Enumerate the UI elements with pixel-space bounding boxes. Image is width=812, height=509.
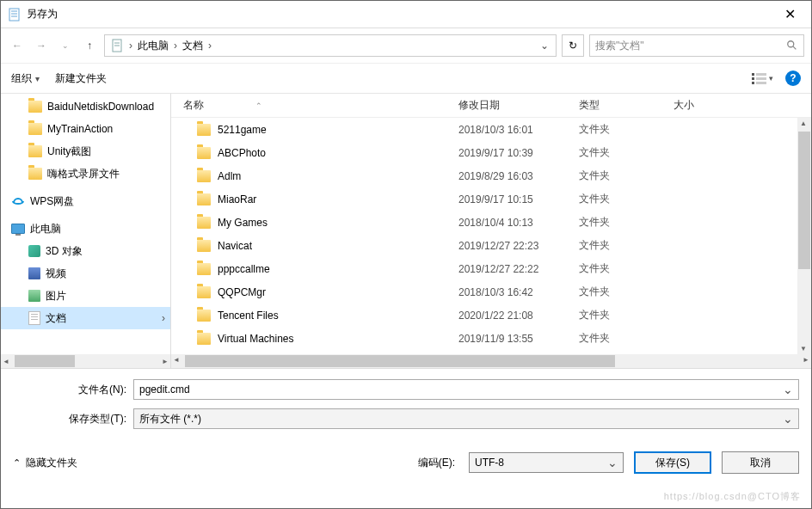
sidebar-label: Unity截图 xyxy=(47,144,91,159)
back-button[interactable]: ← xyxy=(8,36,27,55)
sidebar-item[interactable]: 图片 xyxy=(1,285,170,307)
svg-rect-14 xyxy=(756,82,766,84)
file-type: 文件夹 xyxy=(579,308,674,322)
file-date: 2019/9/17 10:39 xyxy=(458,147,579,159)
file-date: 2019/11/9 13:55 xyxy=(458,333,579,345)
sidebar-item[interactable]: Unity截图 xyxy=(1,140,170,163)
svg-point-7 xyxy=(788,41,794,47)
main-area: BaiduNetdiskDownloadMyTrainActionUnity截图… xyxy=(1,94,811,369)
encoding-label: 编码(E): xyxy=(418,456,455,470)
chevron-icon[interactable]: › xyxy=(172,40,179,52)
file-row[interactable]: 5211game2018/10/3 16:01文件夹 xyxy=(171,118,811,141)
up-button[interactable]: ↑ xyxy=(80,36,99,55)
sidebar-item[interactable]: 嗨格式录屏文件 xyxy=(1,163,170,185)
sidebar: BaiduNetdiskDownloadMyTrainActionUnity截图… xyxy=(1,94,171,368)
sidebar-label: 图片 xyxy=(46,289,66,304)
file-row[interactable]: pppccallme2019/12/27 22:22文件夹 xyxy=(171,257,811,280)
bottom-panel: 文件名(N): pgedit.cmd 保存类型(T): 所有文件 (*.*) xyxy=(1,369,811,446)
new-folder-button[interactable]: 新建文件夹 xyxy=(55,71,107,86)
file-date: 2018/10/3 16:01 xyxy=(458,124,579,136)
sidebar-item[interactable]: 3D 对象 xyxy=(1,240,170,262)
horizontal-scrollbar[interactable] xyxy=(171,354,811,368)
chevron-icon[interactable]: › xyxy=(206,40,213,52)
sidebar-item[interactable]: MyTrainAction xyxy=(1,118,170,140)
hide-folders-toggle[interactable]: 隐藏文件夹 xyxy=(13,456,77,470)
sidebar-item[interactable]: BaiduNetdiskDownload xyxy=(1,95,170,118)
sidebar-item[interactable]: 此电脑 xyxy=(1,218,170,240)
file-date: 2018/10/4 10:13 xyxy=(458,217,579,229)
sidebar-label: 此电脑 xyxy=(30,222,61,236)
file-type: 文件夹 xyxy=(579,215,674,230)
col-date[interactable]: 修改日期 xyxy=(458,98,579,113)
recent-dropdown[interactable]: ⌄ xyxy=(56,36,75,55)
file-date: 2019/12/27 22:22 xyxy=(458,263,579,275)
search-input[interactable]: 搜索"文档" xyxy=(589,34,804,57)
file-type: 文件夹 xyxy=(579,285,674,299)
breadcrumb-dropdown[interactable]: ⌄ xyxy=(535,40,554,52)
file-type: 文件夹 xyxy=(579,169,674,183)
breadcrumb-seg-docs[interactable]: 文档 xyxy=(179,39,206,53)
sidebar-item[interactable]: WPS网盘 xyxy=(1,190,170,212)
file-date: 2019/9/17 10:15 xyxy=(458,193,579,205)
file-type: 文件夹 xyxy=(579,145,674,160)
encoding-select[interactable]: UTF-8 xyxy=(469,452,624,473)
watermark: https://blog.csdn@CTO博客 xyxy=(664,490,801,503)
sidebar-scrollbar[interactable] xyxy=(1,354,170,368)
col-size[interactable]: 大小 xyxy=(674,98,725,113)
filetype-label: 保存类型(T): xyxy=(13,412,133,426)
filetype-select[interactable]: 所有文件 (*.*) xyxy=(133,408,799,429)
file-name: ABCPhoto xyxy=(218,147,266,159)
organize-menu[interactable]: 组织 xyxy=(11,71,40,86)
help-button[interactable]: ? xyxy=(785,71,801,86)
cancel-button[interactable]: 取消 xyxy=(722,451,799,474)
file-pane: 名称⌃ 修改日期 类型 大小 5211game2018/10/3 16:01文件… xyxy=(171,94,811,368)
search-placeholder: 搜索"文档" xyxy=(595,39,786,53)
file-row[interactable]: MiaoRar2019/9/17 10:15文件夹 xyxy=(171,187,811,211)
folder-icon xyxy=(197,124,211,136)
file-row[interactable]: My Games2018/10/4 10:13文件夹 xyxy=(171,211,811,234)
sidebar-label: BaiduNetdiskDownload xyxy=(47,101,154,113)
chevron-icon[interactable]: › xyxy=(127,40,134,52)
forward-button: → xyxy=(32,36,51,55)
breadcrumb-seg-pc[interactable]: 此电脑 xyxy=(134,39,172,53)
sort-indicator: ⌃ xyxy=(255,101,262,110)
view-options[interactable]: ▾ xyxy=(752,72,773,84)
svg-rect-10 xyxy=(752,77,754,80)
col-type[interactable]: 类型 xyxy=(579,98,674,113)
refresh-button[interactable]: ↻ xyxy=(562,34,584,57)
save-button[interactable]: 保存(S) xyxy=(634,451,711,474)
file-row[interactable]: Tencent Files2020/1/22 21:08文件夹 xyxy=(171,304,811,327)
column-headers[interactable]: 名称⌃ 修改日期 类型 大小 xyxy=(171,94,811,118)
sidebar-item[interactable]: 文档 xyxy=(1,307,170,329)
sidebar-item[interactable]: 视频 xyxy=(1,262,170,285)
file-row[interactable]: QQPCMgr2018/10/3 16:42文件夹 xyxy=(171,280,811,304)
file-type: 文件夹 xyxy=(579,192,674,206)
sidebar-label: WPS网盘 xyxy=(30,194,74,209)
toolbar: 组织 新建文件夹 ▾ ? xyxy=(1,63,811,94)
vertical-scrollbar[interactable] xyxy=(797,118,811,354)
notepad-icon xyxy=(8,8,22,21)
file-list: 5211game2018/10/3 16:01文件夹ABCPhoto2019/9… xyxy=(171,118,811,354)
file-type: 文件夹 xyxy=(579,261,674,276)
col-name[interactable]: 名称 xyxy=(183,99,204,111)
folder-icon xyxy=(197,310,211,322)
folder-icon xyxy=(197,333,211,345)
file-row[interactable]: Virtual Machines2019/11/9 13:55文件夹 xyxy=(171,327,811,350)
window-title: 另存为 xyxy=(27,7,776,21)
doc-icon xyxy=(110,39,124,52)
file-row[interactable]: Adlm2019/8/29 16:03文件夹 xyxy=(171,164,811,187)
navbar: ← → ⌄ ↑ › 此电脑 › 文档 › ⌄ ↻ 搜索"文档" xyxy=(1,28,811,63)
file-row[interactable]: ABCPhoto2019/9/17 10:39文件夹 xyxy=(171,141,811,164)
file-row[interactable]: Navicat2019/12/27 22:23文件夹 xyxy=(171,234,811,257)
file-name: Navicat xyxy=(218,240,252,252)
breadcrumb[interactable]: › 此电脑 › 文档 › ⌄ xyxy=(104,34,557,57)
file-date: 2019/8/29 16:03 xyxy=(458,170,579,182)
close-icon[interactable]: ✕ xyxy=(776,3,804,26)
footer: 隐藏文件夹 编码(E): UTF-8 保存(S) 取消 xyxy=(1,446,811,482)
sidebar-label: 3D 对象 xyxy=(46,244,83,259)
file-date: 2019/12/27 22:23 xyxy=(458,240,579,252)
svg-rect-12 xyxy=(756,73,766,76)
filename-input[interactable]: pgedit.cmd xyxy=(133,379,799,400)
svg-rect-11 xyxy=(752,82,754,84)
folder-icon xyxy=(197,240,211,252)
